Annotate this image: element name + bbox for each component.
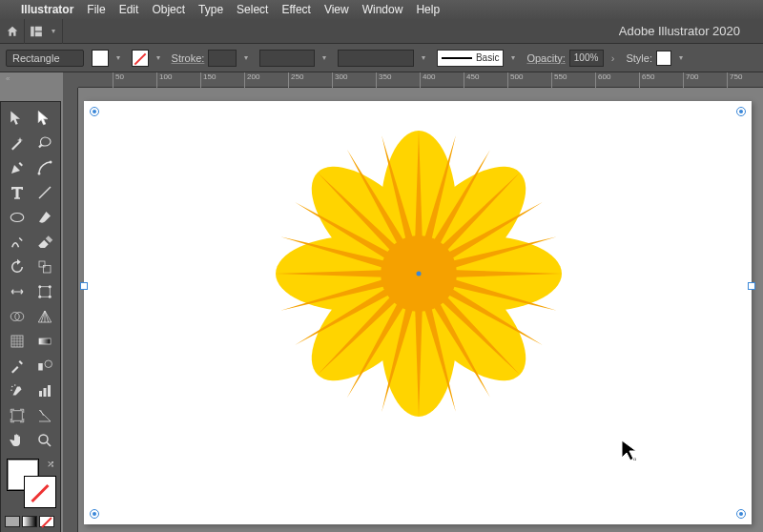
selection-handle-br[interactable] xyxy=(736,509,746,519)
lasso-tool[interactable] xyxy=(31,132,57,154)
menu-illustrator[interactable]: Illustrator xyxy=(21,3,73,16)
ruler-origin[interactable] xyxy=(63,72,78,88)
column-graph-tool-icon xyxy=(36,382,53,399)
menu-window[interactable]: Window xyxy=(362,3,403,16)
shape-builder-tool[interactable] xyxy=(4,305,30,328)
rotate-tool[interactable] xyxy=(4,256,30,278)
magic-wand-tool[interactable] xyxy=(4,132,30,154)
menu-file[interactable]: File xyxy=(87,3,105,16)
selection-handle-tl[interactable] xyxy=(90,107,99,116)
selection-handle-l[interactable] xyxy=(80,282,88,290)
flower-artwork[interactable] xyxy=(280,135,557,412)
scale-tool-icon xyxy=(36,258,53,276)
svg-rect-25 xyxy=(11,411,22,421)
paintbrush-tool[interactable] xyxy=(31,206,57,229)
artboard[interactable]: ▫ xyxy=(84,101,752,524)
menu-type[interactable]: Type xyxy=(198,3,223,16)
stroke-swatch-none[interactable] xyxy=(132,50,149,67)
svg-point-5 xyxy=(10,214,24,222)
eraser-tool[interactable] xyxy=(31,231,57,254)
brush-definition[interactable] xyxy=(338,50,414,67)
selection-handle-r[interactable] xyxy=(748,282,755,290)
color-mode-solid[interactable] xyxy=(5,516,20,527)
chevron-down-icon: ▾ xyxy=(675,50,687,67)
fill-stroke-indicator[interactable]: ⤮ xyxy=(5,459,58,508)
menu-help[interactable]: Help xyxy=(416,3,440,16)
svg-point-20 xyxy=(14,384,16,386)
shaper-tool[interactable] xyxy=(4,231,30,254)
artboard-tool-icon xyxy=(9,407,26,424)
free-transform-tool[interactable] xyxy=(31,280,57,303)
symbol-sprayer-tool[interactable] xyxy=(4,379,30,402)
stroke-weight-input[interactable] xyxy=(208,50,237,67)
curvature-tool[interactable] xyxy=(31,156,57,179)
chevron-right-icon: › xyxy=(611,52,615,64)
stroke-control[interactable]: ▾ xyxy=(132,50,164,67)
ruler-tick: 550 xyxy=(551,72,567,88)
slice-tool[interactable] xyxy=(31,404,57,427)
style-swatch[interactable] xyxy=(656,51,671,66)
eyedropper-tool[interactable] xyxy=(4,355,30,378)
curvature-tool-icon xyxy=(36,159,53,176)
width-tool[interactable] xyxy=(4,280,30,303)
column-graph-tool[interactable] xyxy=(31,379,57,402)
graphic-style-control[interactable]: Style: ▾ xyxy=(626,50,687,67)
chevron-down-icon: ▾ xyxy=(319,50,330,67)
type-tool[interactable] xyxy=(4,181,30,204)
ruler-tick: 100 xyxy=(156,72,172,88)
selection-tool[interactable] xyxy=(4,107,30,130)
ruler-tick: 600 xyxy=(595,72,610,88)
center-anchor-point[interactable] xyxy=(417,272,422,276)
svg-point-12 xyxy=(48,296,51,298)
fill-control[interactable]: ▾ xyxy=(92,50,124,67)
tools-panel: ⤮ xyxy=(0,101,61,532)
chevron-down-icon: ▾ xyxy=(507,50,519,67)
horizontal-ruler[interactable]: 0 50 100 150 200 250 300 350 400 450 500… xyxy=(63,72,763,88)
svg-rect-23 xyxy=(43,388,46,397)
stroke-profile-basic[interactable]: Basic xyxy=(437,50,504,67)
menu-view[interactable]: View xyxy=(324,3,349,16)
hand-tool[interactable] xyxy=(4,429,30,452)
color-mode-none[interactable] xyxy=(39,516,54,527)
brush-definition-control[interactable]: ▾ xyxy=(338,50,429,67)
ellipse-tool[interactable] xyxy=(4,206,30,229)
canvas[interactable]: ▫ xyxy=(78,88,763,532)
svg-rect-24 xyxy=(48,385,51,397)
menu-edit[interactable]: Edit xyxy=(119,3,139,16)
selection-type-dropdown[interactable]: Rectangle xyxy=(6,50,84,67)
mesh-tool[interactable] xyxy=(4,330,30,353)
stroke-profile-control[interactable]: ▾ xyxy=(259,50,330,67)
selection-handle-tr[interactable] xyxy=(736,107,746,116)
variable-width-profile[interactable] xyxy=(259,50,315,67)
menu-select[interactable]: Select xyxy=(237,3,268,16)
direct-selection-tool[interactable] xyxy=(31,107,57,130)
stroke-indicator[interactable] xyxy=(24,476,56,508)
gradient-tool[interactable] xyxy=(31,330,57,353)
perspective-grid-tool[interactable] xyxy=(31,305,57,328)
svg-point-4 xyxy=(49,161,52,164)
opacity-control[interactable]: Opacity: 100% › xyxy=(526,50,618,67)
opacity-value[interactable]: 100% xyxy=(569,50,604,67)
scale-tool[interactable] xyxy=(31,256,57,278)
eyedropper-tool-icon xyxy=(9,358,26,375)
blend-tool[interactable] xyxy=(31,355,57,378)
swap-fill-stroke-icon[interactable]: ⤮ xyxy=(47,459,54,469)
stroke-basic-control[interactable]: Basic ▾ xyxy=(437,50,519,67)
stroke-label: Stroke: xyxy=(172,52,205,64)
line-segment-tool[interactable] xyxy=(31,181,57,204)
ruler-tick: 50 xyxy=(113,72,124,88)
pen-tool[interactable] xyxy=(4,156,30,179)
color-mode-gradient[interactable] xyxy=(22,516,37,527)
menu-object[interactable]: Object xyxy=(152,3,185,16)
vertical-ruler[interactable] xyxy=(63,88,78,532)
ruler-tick: 700 xyxy=(683,72,698,88)
ruler-tick: 750 xyxy=(727,72,742,88)
zoom-tool[interactable] xyxy=(31,429,57,452)
artboard-tool[interactable] xyxy=(4,404,30,427)
stroke-weight-control[interactable]: Stroke: ▾ xyxy=(172,50,253,67)
menu-effect[interactable]: Effect xyxy=(281,3,310,16)
gradient-tool-icon xyxy=(36,333,53,350)
selection-handle-bl[interactable] xyxy=(90,509,99,519)
svg-rect-6 xyxy=(39,261,45,267)
fill-swatch[interactable] xyxy=(92,50,109,67)
